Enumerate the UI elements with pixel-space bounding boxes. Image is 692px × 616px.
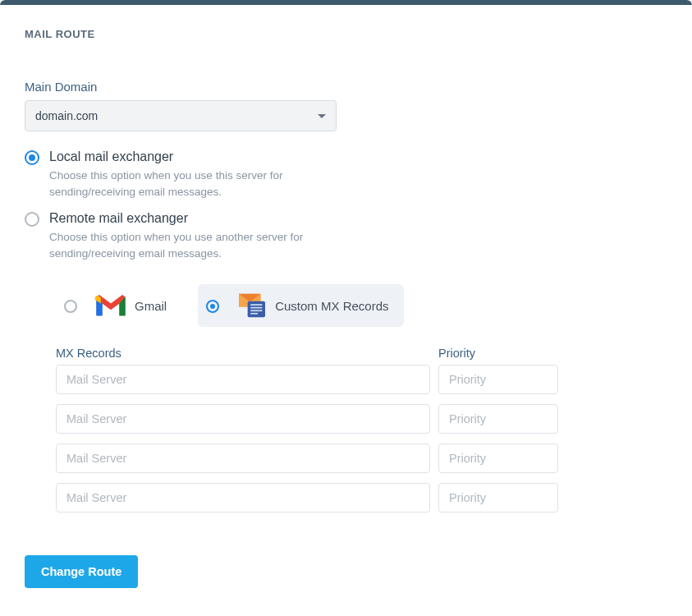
chevron-down-icon <box>318 114 326 118</box>
custom-mx-radio[interactable] <box>206 300 219 313</box>
mx-row <box>56 365 558 394</box>
panel-body: MAIL ROUTE Main Domain domain.com Local … <box>0 5 692 616</box>
mx-priority-header: Priority <box>438 347 558 360</box>
priority-input[interactable] <box>438 365 558 394</box>
main-domain-label: Main Domain <box>25 80 667 94</box>
local-route-title: Local mail exchanger <box>49 149 320 164</box>
svg-rect-3 <box>250 310 262 312</box>
remote-route-option[interactable]: Remote mail exchanger Choose this option… <box>25 211 667 261</box>
mail-server-input[interactable] <box>56 444 430 473</box>
gmail-label: Gmail <box>135 299 167 313</box>
mx-row <box>56 483 558 513</box>
local-route-content: Local mail exchanger Choose this option … <box>49 149 320 200</box>
remote-route-desc: Choose this option when you use another … <box>49 229 320 261</box>
main-domain-select[interactable]: domain.com <box>25 100 337 131</box>
mail-route-panel: MAIL ROUTE Main Domain domain.com Local … <box>0 0 692 616</box>
remote-sub-options: Gmail Custom MX Records <box>56 284 667 327</box>
mx-row <box>56 444 558 473</box>
mail-server-input[interactable] <box>56 404 430 434</box>
main-domain-value: domain.com <box>35 109 98 122</box>
svg-rect-2 <box>250 307 262 309</box>
gmail-option[interactable]: Gmail <box>56 284 181 327</box>
custom-mx-option[interactable]: Custom MX Records <box>198 284 403 327</box>
remote-route-content: Remote mail exchanger Choose this option… <box>49 211 320 261</box>
gmail-icon <box>94 292 128 319</box>
route-radio-group: Local mail exchanger Choose this option … <box>25 149 667 261</box>
priority-input[interactable] <box>438 444 558 473</box>
custom-mx-label: Custom MX Records <box>275 299 388 313</box>
gmail-radio[interactable] <box>64 300 77 313</box>
remote-route-title: Remote mail exchanger <box>49 211 320 226</box>
svg-rect-0 <box>248 301 265 318</box>
local-route-radio[interactable] <box>25 150 39 165</box>
mx-records-section: MX Records Priority <box>56 347 558 513</box>
local-route-desc: Choose this option when you use this ser… <box>49 168 320 200</box>
priority-input[interactable] <box>438 404 558 434</box>
mail-server-input[interactable] <box>56 365 430 394</box>
remote-route-radio[interactable] <box>25 212 39 227</box>
priority-input[interactable] <box>438 483 558 513</box>
custom-mx-icon <box>236 292 268 319</box>
svg-rect-1 <box>250 304 262 306</box>
mx-headers: MX Records Priority <box>56 347 558 360</box>
mail-server-input[interactable] <box>56 483 430 513</box>
change-route-button[interactable]: Change Route <box>25 555 138 588</box>
local-route-option[interactable]: Local mail exchanger Choose this option … <box>25 149 667 200</box>
mx-records-header: MX Records <box>56 347 430 360</box>
svg-rect-4 <box>250 313 258 315</box>
mx-row <box>56 404 558 434</box>
panel-title: MAIL ROUTE <box>25 28 667 40</box>
